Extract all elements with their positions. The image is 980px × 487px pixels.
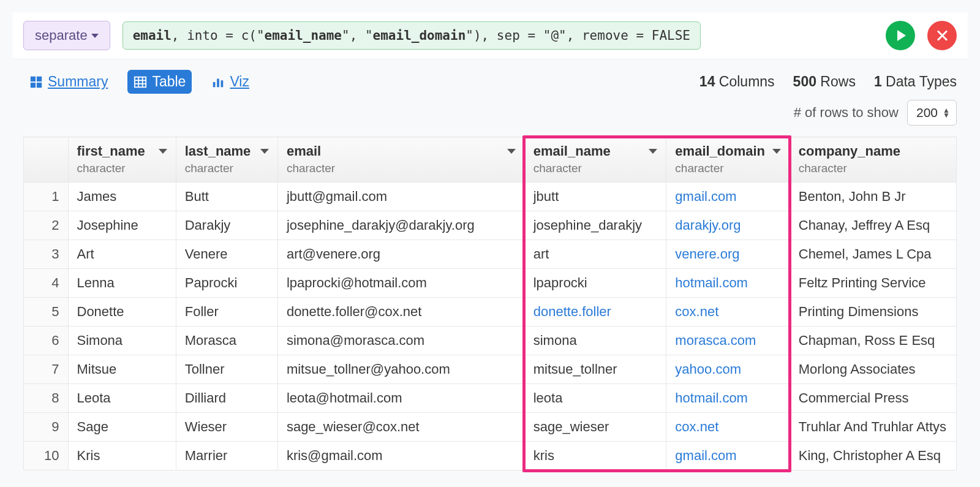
svg-rect-9 [213, 82, 216, 87]
cell-first_name: Josephine [68, 211, 176, 240]
cell-email_name: art [524, 240, 666, 269]
rows-to-show-select[interactable]: 200 ▲▼ [907, 100, 957, 126]
table-row: 10KrisMarrierkris@gmail.comkrisgmail.com… [24, 442, 957, 470]
cell-company_name: Chapman, Ross E Esq [790, 327, 956, 355]
cell-email_name: josephine_darakjy [524, 211, 666, 240]
column-header-last_name[interactable]: last_namecharacter [176, 137, 277, 183]
cell-email_name: kris [524, 442, 666, 470]
column-name: email [287, 143, 321, 159]
cell-first_name: Leota [68, 384, 176, 413]
cell-first_name: Art [68, 240, 176, 269]
cell-email_domain: cox.net [666, 413, 790, 442]
cell-email_name: lpaprocki [524, 269, 666, 298]
cell-last_name: Wieser [176, 413, 277, 442]
command-dropdown[interactable]: separate [23, 21, 110, 50]
cell-email_domain: yahoo.com [666, 355, 790, 384]
command-code: email, into = c("email_name", "email_dom… [123, 21, 701, 50]
row-number: 10 [24, 442, 69, 470]
cell-email_domain: gmail.com [666, 183, 790, 211]
cell-email_domain: venere.org [666, 240, 790, 269]
cell-first_name: Kris [68, 442, 176, 470]
row-number: 4 [24, 269, 69, 298]
cell-first_name: Sage [68, 413, 176, 442]
table-icon [134, 75, 147, 89]
svg-rect-1 [37, 76, 42, 81]
svg-rect-10 [217, 78, 220, 87]
row-number: 7 [24, 355, 69, 384]
chevron-down-icon [159, 149, 167, 154]
cell-email_domain: cox.net [666, 298, 790, 327]
cell-email_domain: darakjy.org [666, 211, 790, 240]
cell-last_name: Dilliard [176, 384, 277, 413]
column-header-email_domain[interactable]: email_domaincharacter [666, 137, 790, 183]
row-number: 9 [24, 413, 69, 442]
cell-email: leota@hotmail.com [277, 384, 524, 413]
column-header-first_name[interactable]: first_namecharacter [68, 137, 176, 183]
column-header-email[interactable]: emailcharacter [277, 137, 524, 183]
tiles-icon [29, 75, 43, 89]
cancel-button[interactable] [927, 21, 957, 50]
cell-last_name: Morasca [176, 327, 277, 355]
bar-chart-icon [211, 75, 225, 89]
data-table: first_namecharacterlast_namecharacterema… [23, 137, 957, 470]
cell-email_name: simona [524, 327, 666, 355]
tab-summary[interactable]: Summary [23, 70, 114, 94]
cell-email_domain: hotmail.com [666, 384, 790, 413]
stepper-icon: ▲▼ [943, 108, 950, 118]
column-type: character [185, 162, 269, 175]
cell-email: donette.foller@cox.net [277, 298, 524, 327]
table-row: 5DonetteFollerdonette.foller@cox.netdone… [24, 298, 957, 327]
cell-first_name: Simona [68, 327, 176, 355]
svg-rect-3 [37, 82, 42, 87]
column-type: character [799, 162, 948, 175]
cell-email_name: mitsue_tollner [524, 355, 666, 384]
cell-email: art@venere.org [277, 240, 524, 269]
chevron-down-icon [260, 149, 269, 154]
cell-company_name: Benton, John B Jr [790, 183, 956, 211]
cell-last_name: Tollner [176, 355, 277, 384]
row-number: 5 [24, 298, 69, 327]
cell-last_name: Darakjy [176, 211, 277, 240]
chevron-down-icon [649, 149, 657, 154]
cell-email: mitsue_tollner@yahoo.com [277, 355, 524, 384]
tab-viz[interactable]: Viz [205, 70, 255, 94]
cell-first_name: James [68, 183, 176, 211]
cell-email_domain: hotmail.com [666, 269, 790, 298]
run-button[interactable] [886, 21, 915, 50]
chevron-down-icon [507, 149, 516, 154]
row-number: 3 [24, 240, 69, 269]
cell-email: josephine_darakjy@darakjy.org [277, 211, 524, 240]
table-row: 3ArtVenereart@venere.orgartvenere.orgChe… [24, 240, 957, 269]
cell-company_name: Printing Dimensions [790, 298, 956, 327]
cell-company_name: Chanay, Jeffrey A Esq [790, 211, 956, 240]
cell-last_name: Paprocki [176, 269, 277, 298]
row-number: 2 [24, 211, 69, 240]
cell-email_domain: gmail.com [666, 442, 790, 470]
close-icon [937, 30, 948, 41]
cell-email: sage_wieser@cox.net [277, 413, 524, 442]
play-icon [897, 30, 906, 41]
cell-first_name: Mitsue [68, 355, 176, 384]
cell-last_name: Butt [176, 183, 277, 211]
column-name: email_name [533, 143, 611, 159]
column-name: last_name [185, 143, 251, 159]
cell-company_name: Commercial Press [790, 384, 956, 413]
cell-company_name: Chemel, James L Cpa [790, 240, 956, 269]
tab-table-label: Table [152, 74, 186, 90]
table-row: 7MitsueTollnermitsue_tollner@yahoo.commi… [24, 355, 957, 384]
tab-table[interactable]: Table [127, 70, 192, 94]
column-name: email_domain [675, 143, 765, 159]
column-header-email_name[interactable]: email_namecharacter [524, 137, 666, 183]
row-number: 1 [24, 183, 69, 211]
cell-last_name: Venere [176, 240, 277, 269]
cell-company_name: Feltz Printing Service [790, 269, 956, 298]
column-header-company_name[interactable]: company_namecharacter [790, 137, 956, 183]
tab-summary-label: Summary [48, 74, 108, 90]
svg-rect-11 [221, 80, 224, 87]
column-type: character [77, 162, 167, 175]
cell-email_name: sage_wieser [524, 413, 666, 442]
rows-to-show-label: # of rows to show [794, 105, 899, 121]
cell-email_name: jbutt [524, 183, 666, 211]
cell-last_name: Foller [176, 298, 277, 327]
table-row: 8LeotaDilliardleota@hotmail.comleotahotm… [24, 384, 957, 413]
